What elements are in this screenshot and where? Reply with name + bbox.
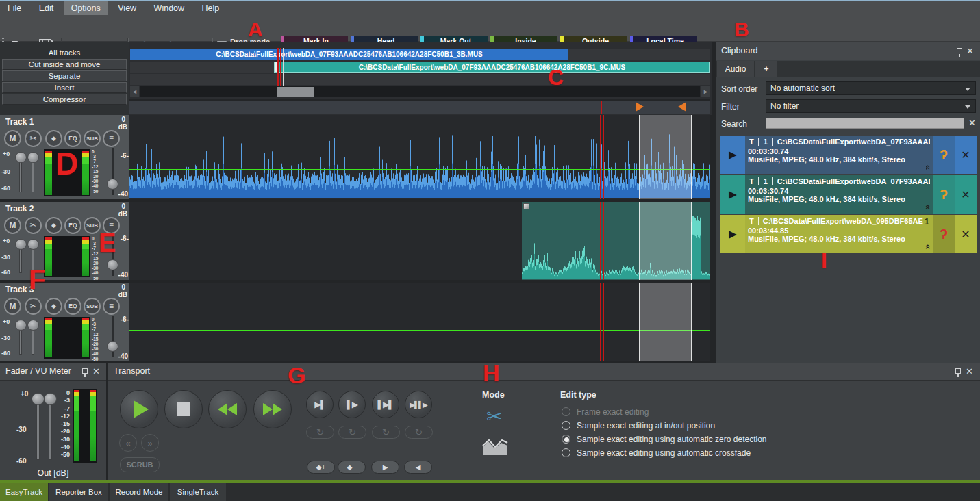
gain-slider-right[interactable] — [32, 153, 34, 192]
sub-button[interactable]: SUB — [84, 298, 101, 315]
clipboard-item[interactable]: ▶ T1C:\BCSData\FullExport\webDA_07F93AAA… — [720, 175, 977, 214]
close-icon[interactable]: ✕ — [966, 366, 973, 376]
track-fader-knob[interactable] — [107, 179, 118, 190]
track-menu-button[interactable]: ≡ — [103, 298, 120, 315]
collapse-icon[interactable]: « — [923, 205, 933, 209]
remove-item-icon[interactable]: ✕ — [955, 215, 977, 253]
mark-in-marker-icon[interactable] — [636, 102, 644, 112]
pin-icon[interactable] — [955, 368, 961, 374]
overview-clip-track1[interactable]: C:\BCSData\FullExport\webDA_07F93AAADC25… — [130, 49, 568, 60]
mute-button[interactable]: M — [4, 298, 21, 315]
remove-marker-button[interactable]: ◆− — [338, 461, 366, 474]
add-marker-button[interactable]: ◆+ — [307, 461, 335, 474]
remove-item-icon[interactable]: ✕ — [955, 136, 977, 174]
cut-button[interactable]: ✂ — [25, 217, 42, 234]
collapse-icon[interactable]: « — [923, 244, 933, 249]
mark-out-marker-icon[interactable] — [678, 102, 686, 112]
play-icon[interactable]: ▶ — [720, 175, 745, 214]
fast-forward-button[interactable] — [253, 390, 292, 428]
play-to-mark-button[interactable]: ▶▌ — [306, 391, 334, 418]
play-icon[interactable]: ▶ — [720, 136, 745, 174]
overview-scrollbar-thumb[interactable] — [277, 87, 314, 97]
selection-region[interactable] — [639, 283, 692, 361]
slider-knob[interactable] — [27, 152, 39, 163]
selection-region[interactable] — [639, 115, 692, 199]
radio-icon[interactable] — [562, 407, 570, 416]
loop-button[interactable]: ↻ — [372, 426, 400, 439]
slider-knob[interactable] — [15, 152, 27, 163]
gain-slider-left[interactable] — [19, 153, 22, 192]
mute-button[interactable]: M — [4, 130, 21, 147]
skip-back-button[interactable]: « — [119, 434, 137, 452]
prelisten-ear-icon[interactable]: ʔ — [933, 215, 955, 253]
stop-button[interactable] — [164, 390, 203, 428]
selection-region[interactable] — [639, 202, 692, 280]
loop-button[interactable]: ↻ — [405, 426, 433, 439]
cut-button[interactable]: ✂ — [25, 298, 42, 315]
pin-icon[interactable] — [82, 368, 88, 374]
button-all-tracks[interactable]: All tracks — [2, 47, 127, 58]
slider-knob[interactable] — [27, 320, 39, 331]
rewind-button[interactable] — [208, 390, 247, 428]
tab-easytrack[interactable]: EasyTrack — [0, 483, 48, 501]
prelisten-ear-icon[interactable]: ʔ — [933, 175, 955, 214]
clipboard-item[interactable]: ▶ TC:\BCSData\FullExport\webDA_095DBF65A… — [720, 215, 977, 253]
marker-button[interactable]: ◆ — [45, 298, 62, 315]
skip-forward-button[interactable]: » — [141, 434, 159, 452]
filter-dropdown[interactable]: No filter — [766, 99, 976, 113]
sub-button[interactable]: SUB — [84, 130, 101, 147]
search-clear-icon[interactable]: ✕ — [968, 118, 976, 128]
track2-waveform-area[interactable] — [129, 202, 710, 280]
prev-marker-button[interactable]: ◀ — [404, 461, 432, 474]
clipboard-item[interactable]: ▶ T1C:\BCSData\FullExport\webDA_07F93AAA… — [720, 136, 977, 174]
menu-edit[interactable]: Edit — [32, 1, 62, 15]
gain-slider-right[interactable] — [32, 321, 34, 355]
overview-scroll-left-icon[interactable]: ◄ — [130, 86, 139, 97]
pin-icon[interactable] — [957, 48, 962, 53]
play-from-mark-button[interactable]: ▌▶ — [338, 391, 366, 418]
menu-options[interactable]: Options — [64, 1, 108, 15]
button-compressor[interactable]: Compressor — [2, 94, 127, 105]
eq-button[interactable]: EQ — [64, 217, 81, 234]
loop-button[interactable]: ↻ — [306, 426, 334, 439]
tab-audio[interactable]: Audio — [717, 61, 754, 77]
button-cut-inside-and-move[interactable]: Cut inside and move — [2, 59, 127, 70]
track-menu-button[interactable]: ≡ — [103, 130, 120, 147]
track-fader-knob[interactable] — [107, 341, 118, 352]
gain-slider-left[interactable] — [19, 321, 22, 355]
cut-button[interactable]: ✂ — [25, 130, 42, 147]
collapse-icon[interactable]: « — [923, 165, 933, 170]
play-around-cut-button[interactable]: ▶▌▌▶ — [405, 391, 432, 418]
timeline-ruler[interactable] — [129, 99, 710, 114]
next-marker-button[interactable]: ▶ — [371, 461, 399, 474]
overview-scrollbar[interactable] — [140, 86, 700, 97]
play-selection-button[interactable]: ▌▶▌ — [372, 391, 399, 418]
button-insert[interactable]: Insert — [2, 82, 127, 93]
scrub-button[interactable]: SCRUB — [120, 457, 160, 472]
envelope-mode-icon[interactable] — [482, 437, 508, 459]
mute-button[interactable]: M — [4, 217, 21, 234]
remove-item-icon[interactable]: ✕ — [955, 175, 977, 214]
menu-help[interactable]: Help — [194, 1, 227, 15]
prelisten-ear-icon[interactable]: ʔ — [933, 136, 955, 174]
close-icon[interactable]: ✕ — [92, 366, 100, 376]
marker-button[interactable]: ◆ — [45, 217, 62, 234]
search-input[interactable] — [766, 118, 964, 129]
overview-scroll-right-icon[interactable]: ► — [701, 86, 710, 97]
eq-button[interactable]: EQ — [64, 130, 81, 147]
gain-slider-left[interactable] — [19, 240, 22, 273]
radio-icon[interactable] — [562, 435, 570, 444]
eq-button[interactable]: EQ — [64, 298, 81, 315]
tab-reporter-box[interactable]: Reporter Box — [49, 483, 108, 501]
loop-button[interactable]: ↻ — [338, 426, 366, 439]
slider-knob[interactable] — [44, 393, 57, 405]
track3-waveform-area[interactable] — [129, 283, 710, 361]
tab-singletrack[interactable]: SingleTrack — [170, 483, 226, 501]
menu-view[interactable]: View — [110, 1, 144, 15]
slider-knob[interactable] — [27, 239, 39, 250]
track-fader-knob[interactable] — [107, 259, 118, 270]
radio-icon[interactable] — [562, 421, 570, 430]
play-icon[interactable]: ▶ — [720, 215, 745, 253]
tab-record-mode[interactable]: Record Mode — [110, 483, 168, 501]
track1-waveform-area[interactable] — [129, 115, 710, 199]
